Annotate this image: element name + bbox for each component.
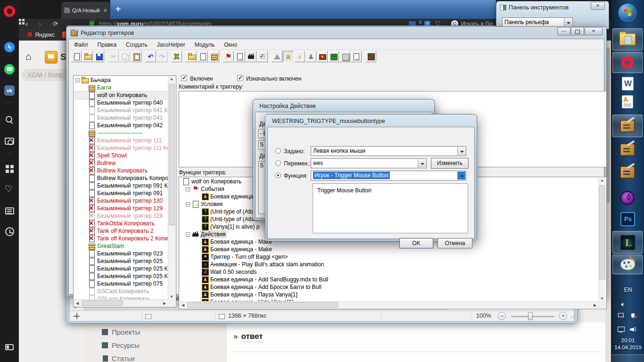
chevron-down-icon[interactable] — [564, 18, 572, 26]
function-combobox[interactable]: Игрок - Trigger Mouse Button — [311, 171, 466, 181]
function-row[interactable]: Триггер - Turn off Baggi <gen> — [180, 253, 598, 261]
cut-button[interactable] — [108, 51, 119, 62]
sidebar-whatsapp[interactable] — [0, 61, 19, 78]
tree-item[interactable]: GreatSlam — [74, 242, 168, 250]
chevron-down-icon[interactable] — [418, 159, 426, 167]
tree-vscroll-thumb[interactable] — [169, 84, 175, 225]
new-trigger-button[interactable] — [197, 51, 208, 62]
initially-enabled-checkbox[interactable] — [237, 75, 243, 81]
tree-item[interactable]: Безымянный триггер 111 Ко — [74, 144, 168, 152]
sidebar-messenger[interactable] — [0, 39, 19, 56]
collapse-icon[interactable]: − — [75, 78, 80, 82]
action-center-icon[interactable] — [617, 313, 625, 320]
undo-button[interactable] — [145, 51, 156, 62]
new-action-button[interactable] — [246, 51, 256, 62]
tree-item[interactable]: Безымянный триггер 091 Ко — [74, 182, 168, 189]
scroll-up-icon[interactable]: ▲ — [599, 178, 605, 182]
new-event-button[interactable] — [223, 51, 234, 62]
menu-Правка[interactable]: Правка — [93, 40, 122, 48]
show-hidden-icons-icon[interactable] — [621, 303, 623, 306]
bookmark-yandex[interactable]: Яндекс — [35, 32, 55, 38]
tree-item[interactable]: Безымянный триггер 025 — [74, 257, 168, 265]
forward-icon[interactable]: › — [39, 19, 41, 29]
item-editor-button[interactable] — [317, 51, 328, 62]
home-icon[interactable]: ⌂ — [25, 51, 32, 62]
tree-item[interactable]: Безымянный триггер 130 — [74, 197, 168, 205]
tree-hscroll-thumb[interactable] — [82, 300, 123, 306]
collapse-icon[interactable]: − — [186, 232, 190, 237]
preset-radio[interactable] — [275, 148, 281, 154]
scroll-right-icon[interactable]: ▶ — [162, 301, 167, 305]
functions-vscroll-thumb[interactable] — [599, 185, 605, 280]
open-file-button[interactable] — [82, 51, 93, 62]
variable-combobox[interactable]: wes — [311, 158, 427, 168]
cancel-button[interactable]: Отмена — [438, 238, 472, 248]
tree-item[interactable]: GSLoop Копировать — [74, 295, 168, 299]
tree-item[interactable]: Безымянный триггер 042 — [74, 122, 168, 129]
menu-Окно[interactable]: Окно — [219, 40, 242, 48]
new-file-button[interactable] — [71, 51, 82, 62]
tree-vertical-scrollbar[interactable]: ▲ ▼ — [168, 76, 175, 299]
menu-Модуль[interactable]: Модуль — [190, 40, 220, 48]
tab-close-icon[interactable]: ✕ — [103, 8, 107, 14]
tree-item[interactable]: Tank off Копировать 2 — [74, 227, 168, 235]
volume-icon[interactable] — [629, 326, 637, 333]
menu-Создать[interactable]: Создать — [121, 40, 152, 48]
function-row[interactable]: Боевая единица - Add SandBuggy.mdx to Bu… — [180, 276, 598, 283]
new-condition-button[interactable] — [234, 51, 245, 62]
function-radio[interactable] — [275, 173, 281, 178]
browser-tab[interactable]: Q/A:Новый тип перемен ✕ — [61, 2, 110, 19]
taskbar-wordpad[interactable] — [612, 93, 643, 110]
tree-item[interactable]: −Бычара — [74, 76, 168, 84]
delete-x-button[interactable] — [171, 51, 182, 62]
tree-item[interactable]: Безымянный триггер 023 — [74, 250, 168, 257]
chevron-down-icon[interactable] — [457, 147, 465, 155]
scroll-down-icon[interactable]: ▼ — [599, 296, 605, 301]
paste-button[interactable] — [131, 51, 141, 62]
close-button[interactable]: ✕ — [585, 27, 603, 35]
tree-item[interactable]: ------------------------ — [74, 129, 168, 137]
tree-item[interactable]: TankOtdai Копировать — [74, 220, 168, 227]
tree-item[interactable]: Безымянный триггер 075 — [74, 280, 168, 288]
clock-time[interactable]: 20:01 — [611, 337, 644, 343]
unit-editor-button[interactable] — [305, 51, 316, 62]
save-button[interactable] — [93, 51, 104, 62]
tree-item[interactable]: Безымянный триггер 041 — [74, 114, 168, 122]
chevron-down-icon[interactable] — [457, 172, 465, 180]
tree-item[interactable]: Безымянный триггер 129 — [74, 205, 168, 212]
taskbar-campaign-editor[interactable] — [612, 163, 643, 181]
clock-date[interactable]: 14.04.2019 — [611, 345, 644, 350]
ok-button[interactable]: OK — [399, 238, 433, 248]
tree-item[interactable]: wolf on Копировать — [74, 91, 168, 99]
edit-variable-button[interactable]: Изменить — [431, 158, 469, 169]
function-row[interactable]: Боевая единица - Make — [180, 246, 598, 253]
copy-button[interactable] — [119, 51, 130, 62]
scroll-left-icon[interactable]: ◀ — [74, 301, 80, 305]
function-row[interactable]: Анимация - Play Bull's attack slam anima… — [180, 261, 598, 268]
resize-grip[interactable] — [570, 313, 575, 318]
back-icon[interactable]: ‹ — [25, 19, 28, 29]
new-tab-button[interactable]: + — [116, 4, 121, 14]
scroll-down-icon[interactable]: ▼ — [168, 295, 175, 299]
close-button[interactable]: ✕ — [591, 2, 605, 10]
ability-editor-button[interactable] — [328, 51, 339, 62]
sidebar-sidebar-toggle[interactable] — [0, 338, 19, 355]
function-row[interactable]: Боевая единица - Add Бросок Багги to Bul… — [180, 283, 598, 291]
import-manager-button[interactable] — [351, 51, 362, 62]
tree-item[interactable]: Безымянный триггер 040 — [74, 99, 168, 107]
variable-radio[interactable] — [275, 160, 281, 166]
functions-hscroll-thumb[interactable] — [187, 302, 338, 308]
network-icon[interactable] — [617, 326, 625, 333]
enabled-checkbox[interactable] — [181, 75, 187, 81]
tree-item[interactable]: Безымянный триггер 041 Ко — [74, 107, 168, 114]
menu-JassHelper[interactable]: JassHelper — [152, 40, 190, 48]
tree-item[interactable]: Безымянный триггер 111 — [74, 137, 168, 144]
taskbar-start-orb[interactable] — [612, 3, 643, 23]
page-nav-projects[interactable]: Проекты — [102, 327, 140, 337]
sidebar-snapshot[interactable] — [0, 132, 19, 149]
tree-item[interactable]: Bullrew Копировать — [74, 167, 168, 174]
new-comment-button[interactable] — [208, 51, 219, 62]
sidebar-speed-dial[interactable] — [0, 160, 19, 177]
functions-horizontal-scrollbar[interactable]: ◀ ▶ — [180, 301, 598, 308]
taskbar-world-editor-2[interactable] — [612, 140, 643, 159]
